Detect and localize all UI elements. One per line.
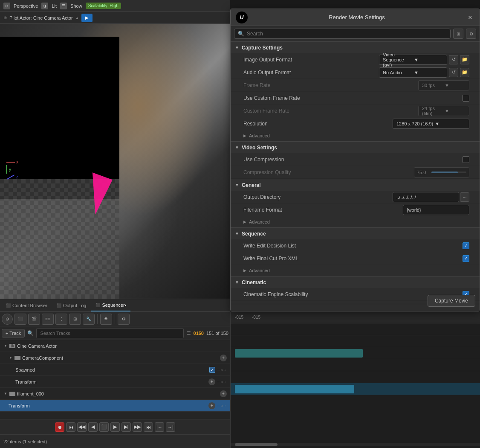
add-transform1-btn[interactable]: + xyxy=(208,378,215,385)
seq-btn-6[interactable]: ⊞ xyxy=(69,314,81,325)
use-compression-row: Use Compression xyxy=(231,153,480,166)
write-edl-control: ✓ xyxy=(463,242,469,249)
tab-sequencer[interactable]: ⬛ Sequencer• xyxy=(91,299,130,311)
record-button[interactable]: ⏺ xyxy=(55,422,64,432)
output-directory-input[interactable] xyxy=(393,192,459,202)
frame-rate-control: 30 fps ▼ xyxy=(418,80,469,90)
track-item-cine-camera[interactable]: ▼ 🎥 Cine Camera Actor xyxy=(0,340,230,352)
track-label-transform1: Transform xyxy=(15,379,207,384)
transform2-arrows: ←○→ xyxy=(217,404,227,408)
step-forward-button[interactable]: ▶▶ xyxy=(133,422,142,432)
capture-movie-button[interactable]: Capture Movie xyxy=(428,295,475,307)
timeline-row-1 xyxy=(231,323,480,335)
seq-btn-3[interactable]: 🎬 xyxy=(28,314,40,325)
panel-grid-view-button[interactable]: ⊞ xyxy=(453,29,463,39)
frame-count: 151 of 150 xyxy=(206,331,228,336)
output-directory-control: ··· xyxy=(393,192,469,202)
seq-btn-2[interactable]: ⬛ xyxy=(14,314,26,325)
audio-format-folder-btn[interactable]: 📁 xyxy=(460,68,469,77)
seq-btn-7[interactable]: 🔧 xyxy=(83,314,95,325)
search-icon: 🔍 xyxy=(238,31,244,37)
write-fcp-checkbox[interactable]: ✓ xyxy=(463,255,469,262)
image-format-folder-btn[interactable]: 📁 xyxy=(460,55,469,64)
transform1-arrows: ←○→ xyxy=(217,380,227,384)
section-video-settings[interactable]: ▼ Video Settings xyxy=(231,141,480,153)
skip-to-end-button[interactable]: ⏭ xyxy=(144,422,153,432)
use-compression-checkbox[interactable] xyxy=(463,156,469,163)
seq-btn-4[interactable]: ≡≡ xyxy=(42,314,54,325)
spawned-checkbox[interactable]: ✓ xyxy=(209,367,215,373)
stop-button[interactable]: ⬛ xyxy=(99,422,109,432)
tab-bar: ⬛ Content Browser ⬛ Output Log ⬛ Sequenc… xyxy=(0,299,230,312)
track-item-transform1[interactable]: Transform + ←○→ xyxy=(0,376,230,388)
section-sequence[interactable]: ▼ Sequence xyxy=(231,227,480,239)
use-custom-frame-rate-checkbox[interactable] xyxy=(463,95,469,102)
output-directory-browse-btn[interactable]: ··· xyxy=(460,192,469,202)
skip-to-start-button[interactable]: ⏮ xyxy=(66,422,75,432)
add-camera-component-btn[interactable]: + xyxy=(220,355,227,361)
track-icon-filament xyxy=(9,392,15,396)
expand-filament[interactable]: ▼ xyxy=(3,392,8,396)
sequence-arrow: ▼ xyxy=(235,231,239,236)
section-capture-settings[interactable]: ▼ Capture Settings xyxy=(231,41,480,53)
seq-btn-1[interactable]: ⊙ xyxy=(2,314,13,325)
sequence-title: Sequence xyxy=(242,231,266,237)
custom-frame-rate-dropdown[interactable]: 24 fps (film) ▼ xyxy=(418,106,469,116)
timeline-clip-spawned xyxy=(235,349,363,358)
lit-icon: ◑ xyxy=(41,3,48,9)
track-item-spawned[interactable]: Spawned ✓ ←○→ xyxy=(0,364,230,376)
image-output-format-dropdown[interactable]: Video Sequence (avi) ▼ xyxy=(379,55,447,65)
add-transform2-btn[interactable]: + xyxy=(208,402,215,409)
track-item-transform2[interactable]: Transform + ←○→ xyxy=(0,400,230,412)
audio-format-refresh-btn[interactable]: ↺ xyxy=(449,68,458,77)
panel-search-area: 🔍 ⊞ ⚙ xyxy=(234,29,476,39)
bottom-panel: ⬛ Content Browser ⬛ Output Log ⬛ Sequenc… xyxy=(0,299,230,448)
use-custom-frame-rate-row: Use Custom Frame Rate xyxy=(231,92,480,105)
section-cinematic[interactable]: ▼ Cinematic xyxy=(231,276,480,288)
filename-format-input[interactable] xyxy=(403,205,469,215)
seq-btn-gear[interactable]: ⚙ xyxy=(118,314,130,325)
add-filament-btn[interactable]: + xyxy=(220,390,227,397)
frame-rate-dropdown[interactable]: 30 fps ▼ xyxy=(418,80,469,90)
seq-btn-5[interactable]: ⋮ xyxy=(55,314,67,325)
audio-output-format-row: Audio Output Format No Audio ▼ ↺ 📁 xyxy=(231,66,480,79)
compression-quality-slider[interactable]: 75.0 xyxy=(414,167,469,177)
use-compression-control xyxy=(463,156,469,163)
prev-frame-button[interactable]: ◀ xyxy=(88,422,98,432)
sequence-advanced-row[interactable]: ▶ Advanced xyxy=(231,265,480,276)
panel-search-input[interactable] xyxy=(247,31,447,37)
viewport-topbar: ⊙ Perspective ◑ Lit ☰ Show Scalability: … xyxy=(0,0,230,12)
add-track-button[interactable]: + Track xyxy=(2,329,25,337)
write-edl-checkbox[interactable]: ✓ xyxy=(463,242,469,249)
compression-quality-bar xyxy=(431,172,466,173)
tab-output-log[interactable]: ⬛ Output Log xyxy=(52,299,90,311)
frame-number: 0150 xyxy=(194,331,204,336)
play-button[interactable]: ▶ xyxy=(110,422,120,432)
image-format-refresh-btn[interactable]: ↺ xyxy=(449,55,458,64)
capture-advanced-row[interactable]: ▶ Advanced xyxy=(231,130,480,141)
search-tracks-input[interactable] xyxy=(36,328,183,338)
panel-settings-button[interactable]: ⚙ xyxy=(466,29,476,39)
perspective-label: Perspective xyxy=(14,3,38,9)
general-advanced-row[interactable]: ▶ Advanced xyxy=(231,216,480,227)
seq-btn-eye[interactable]: 👁 xyxy=(100,314,112,325)
ue-logo: U xyxy=(236,12,248,23)
track-item-camera-component[interactable]: ▼ CameraComponent + xyxy=(0,352,230,364)
close-panel-button[interactable]: ✕ xyxy=(466,13,474,22)
tab-content-browser[interactable]: ⬛ Content Browser xyxy=(2,299,52,311)
next-frame-button[interactable]: ▶| xyxy=(121,422,131,432)
camera-button[interactable]: ▶ xyxy=(81,14,93,22)
pilot-bar: ⊕ Pilot Actor: Cine Camera Actor ▲ ▶ xyxy=(0,12,230,24)
track-expand-icon[interactable]: ▼ xyxy=(3,344,8,348)
expand-camera-component[interactable]: ▼ xyxy=(9,356,13,360)
resolution-dropdown[interactable]: 1280 x 720 (16:9) ▼ xyxy=(393,119,469,129)
cinematic-title: Cinematic xyxy=(242,279,266,285)
timeline-scrollbar[interactable] xyxy=(231,443,480,446)
timeline-tick-2: -015 xyxy=(252,315,260,320)
track-item-filament[interactable]: ▼ filament_000 + xyxy=(0,388,230,400)
step-back-button[interactable]: ◀◀ xyxy=(77,422,87,432)
loop-button[interactable]: |← xyxy=(155,422,164,432)
audio-output-format-dropdown[interactable]: No Audio ▼ xyxy=(379,67,447,78)
section-general[interactable]: ▼ General xyxy=(231,179,480,191)
go-to-end-button[interactable]: →| xyxy=(166,422,175,432)
